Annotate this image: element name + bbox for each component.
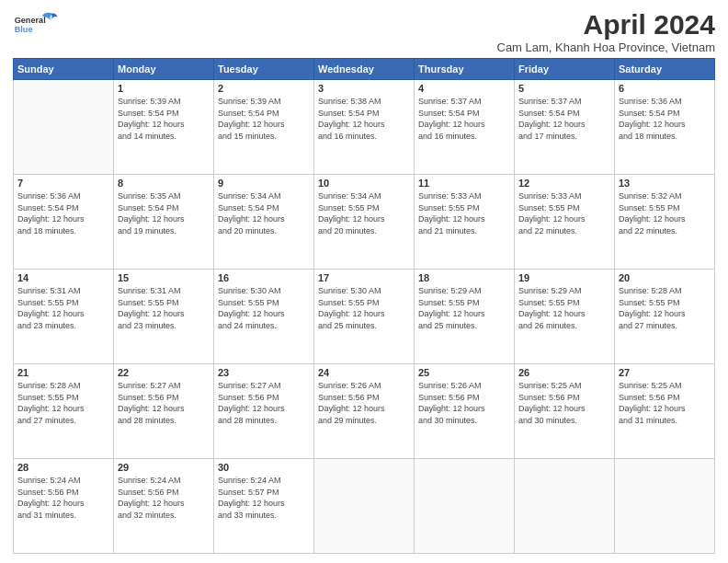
- day-number: 23: [218, 367, 310, 378]
- week-row-5: 28Sunrise: 5:24 AM Sunset: 5:56 PM Dayli…: [14, 459, 715, 554]
- week-row-3: 14Sunrise: 5:31 AM Sunset: 5:55 PM Dayli…: [14, 270, 715, 364]
- day-number: 19: [518, 272, 610, 283]
- day-cell: 6Sunrise: 5:36 AM Sunset: 5:54 PM Daylig…: [615, 80, 715, 175]
- day-info: Sunrise: 5:25 AM Sunset: 5:56 PM Dayligh…: [518, 380, 610, 426]
- day-cell: 12Sunrise: 5:33 AM Sunset: 5:55 PM Dayli…: [515, 175, 615, 270]
- day-cell: 4Sunrise: 5:37 AM Sunset: 5:54 PM Daylig…: [415, 80, 515, 175]
- col-monday: Monday: [114, 59, 214, 80]
- day-info: Sunrise: 5:35 AM Sunset: 5:54 PM Dayligh…: [118, 190, 210, 236]
- day-number: 21: [17, 367, 109, 378]
- day-number: 11: [418, 178, 510, 189]
- day-number: 18: [418, 272, 510, 283]
- day-info: Sunrise: 5:30 AM Sunset: 5:55 PM Dayligh…: [318, 285, 410, 331]
- day-info: Sunrise: 5:24 AM Sunset: 5:56 PM Dayligh…: [17, 475, 109, 521]
- day-cell: 29Sunrise: 5:24 AM Sunset: 5:56 PM Dayli…: [114, 459, 214, 554]
- day-cell: 23Sunrise: 5:27 AM Sunset: 5:56 PM Dayli…: [214, 364, 314, 459]
- location: Cam Lam, Khanh Hoa Province, Vietnam: [497, 40, 716, 54]
- day-cell: 3Sunrise: 5:38 AM Sunset: 5:54 PM Daylig…: [314, 80, 415, 175]
- day-info: Sunrise: 5:36 AM Sunset: 5:54 PM Dayligh…: [619, 96, 711, 142]
- day-cell: 14Sunrise: 5:31 AM Sunset: 5:55 PM Dayli…: [14, 270, 114, 364]
- day-cell: 1Sunrise: 5:39 AM Sunset: 5:54 PM Daylig…: [114, 80, 214, 175]
- day-cell: 17Sunrise: 5:30 AM Sunset: 5:55 PM Dayli…: [314, 270, 415, 364]
- day-info: Sunrise: 5:29 AM Sunset: 5:55 PM Dayligh…: [518, 285, 610, 331]
- day-cell: 28Sunrise: 5:24 AM Sunset: 5:56 PM Dayli…: [14, 459, 114, 554]
- day-number: 13: [619, 178, 711, 189]
- day-cell: 9Sunrise: 5:34 AM Sunset: 5:54 PM Daylig…: [214, 175, 314, 270]
- day-number: 27: [619, 367, 711, 378]
- day-number: 30: [218, 462, 310, 473]
- day-number: 20: [619, 272, 711, 283]
- day-number: 12: [518, 178, 610, 189]
- day-number: 5: [518, 83, 610, 94]
- day-number: 4: [418, 83, 510, 94]
- day-cell: 2Sunrise: 5:39 AM Sunset: 5:54 PM Daylig…: [214, 80, 314, 175]
- day-number: 26: [518, 367, 610, 378]
- week-row-2: 7Sunrise: 5:36 AM Sunset: 5:54 PM Daylig…: [14, 175, 715, 270]
- day-info: Sunrise: 5:24 AM Sunset: 5:57 PM Dayligh…: [218, 475, 310, 521]
- day-cell: [14, 80, 114, 175]
- col-thursday: Thursday: [415, 59, 515, 80]
- day-info: Sunrise: 5:39 AM Sunset: 5:54 PM Dayligh…: [218, 96, 310, 142]
- day-cell: [314, 459, 415, 554]
- header: General Blue April 2024 Cam Lam, Khanh H…: [13, 9, 715, 54]
- day-number: 22: [118, 367, 210, 378]
- day-info: Sunrise: 5:24 AM Sunset: 5:56 PM Dayligh…: [118, 475, 210, 521]
- day-number: 10: [318, 178, 410, 189]
- week-row-4: 21Sunrise: 5:28 AM Sunset: 5:55 PM Dayli…: [14, 364, 715, 459]
- week-row-1: 1Sunrise: 5:39 AM Sunset: 5:54 PM Daylig…: [14, 80, 715, 175]
- day-cell: 21Sunrise: 5:28 AM Sunset: 5:55 PM Dayli…: [14, 364, 114, 459]
- day-number: 7: [17, 178, 109, 189]
- col-saturday: Saturday: [615, 59, 715, 80]
- day-number: 28: [17, 462, 109, 473]
- day-number: 15: [118, 272, 210, 283]
- day-number: 2: [218, 83, 310, 94]
- day-info: Sunrise: 5:31 AM Sunset: 5:55 PM Dayligh…: [17, 285, 109, 331]
- day-info: Sunrise: 5:26 AM Sunset: 5:56 PM Dayligh…: [318, 380, 410, 426]
- day-number: 6: [619, 83, 711, 94]
- day-info: Sunrise: 5:37 AM Sunset: 5:54 PM Dayligh…: [518, 96, 610, 142]
- day-cell: [415, 459, 515, 554]
- title-area: April 2024 Cam Lam, Khanh Hoa Province, …: [497, 9, 716, 54]
- day-number: 17: [318, 272, 410, 283]
- calendar-table: Sunday Monday Tuesday Wednesday Thursday…: [13, 58, 715, 554]
- day-cell: 11Sunrise: 5:33 AM Sunset: 5:55 PM Dayli…: [415, 175, 515, 270]
- day-info: Sunrise: 5:36 AM Sunset: 5:54 PM Dayligh…: [17, 190, 109, 236]
- header-row: Sunday Monday Tuesday Wednesday Thursday…: [14, 59, 715, 80]
- day-cell: 30Sunrise: 5:24 AM Sunset: 5:57 PM Dayli…: [214, 459, 314, 554]
- logo: General Blue: [13, 9, 59, 46]
- day-cell: 16Sunrise: 5:30 AM Sunset: 5:55 PM Dayli…: [214, 270, 314, 364]
- day-info: Sunrise: 5:27 AM Sunset: 5:56 PM Dayligh…: [218, 380, 310, 426]
- day-cell: 26Sunrise: 5:25 AM Sunset: 5:56 PM Dayli…: [515, 364, 615, 459]
- day-cell: 8Sunrise: 5:35 AM Sunset: 5:54 PM Daylig…: [114, 175, 214, 270]
- page: General Blue April 2024 Cam Lam, Khanh H…: [0, 0, 728, 563]
- day-number: 29: [118, 462, 210, 473]
- day-cell: 24Sunrise: 5:26 AM Sunset: 5:56 PM Dayli…: [314, 364, 415, 459]
- day-info: Sunrise: 5:29 AM Sunset: 5:55 PM Dayligh…: [418, 285, 510, 331]
- day-info: Sunrise: 5:30 AM Sunset: 5:55 PM Dayligh…: [218, 285, 310, 331]
- day-info: Sunrise: 5:33 AM Sunset: 5:55 PM Dayligh…: [418, 190, 510, 236]
- day-cell: 5Sunrise: 5:37 AM Sunset: 5:54 PM Daylig…: [515, 80, 615, 175]
- month-title: April 2024: [497, 9, 716, 40]
- col-friday: Friday: [515, 59, 615, 80]
- svg-text:General: General: [15, 16, 46, 25]
- day-info: Sunrise: 5:33 AM Sunset: 5:55 PM Dayligh…: [518, 190, 610, 236]
- day-cell: 10Sunrise: 5:34 AM Sunset: 5:55 PM Dayli…: [314, 175, 415, 270]
- col-tuesday: Tuesday: [214, 59, 314, 80]
- day-cell: [615, 459, 715, 554]
- day-number: 16: [218, 272, 310, 283]
- day-cell: 25Sunrise: 5:26 AM Sunset: 5:56 PM Dayli…: [415, 364, 515, 459]
- day-number: 9: [218, 178, 310, 189]
- day-info: Sunrise: 5:26 AM Sunset: 5:56 PM Dayligh…: [418, 380, 510, 426]
- day-cell: 19Sunrise: 5:29 AM Sunset: 5:55 PM Dayli…: [515, 270, 615, 364]
- day-cell: 7Sunrise: 5:36 AM Sunset: 5:54 PM Daylig…: [14, 175, 114, 270]
- logo-icon: General Blue: [13, 9, 59, 46]
- day-cell: 18Sunrise: 5:29 AM Sunset: 5:55 PM Dayli…: [415, 270, 515, 364]
- day-cell: 13Sunrise: 5:32 AM Sunset: 5:55 PM Dayli…: [615, 175, 715, 270]
- day-info: Sunrise: 5:34 AM Sunset: 5:54 PM Dayligh…: [218, 190, 310, 236]
- day-number: 24: [318, 367, 410, 378]
- day-number: 3: [318, 83, 410, 94]
- day-info: Sunrise: 5:39 AM Sunset: 5:54 PM Dayligh…: [118, 96, 210, 142]
- day-info: Sunrise: 5:31 AM Sunset: 5:55 PM Dayligh…: [118, 285, 210, 331]
- day-cell: 27Sunrise: 5:25 AM Sunset: 5:56 PM Dayli…: [615, 364, 715, 459]
- day-cell: 15Sunrise: 5:31 AM Sunset: 5:55 PM Dayli…: [114, 270, 214, 364]
